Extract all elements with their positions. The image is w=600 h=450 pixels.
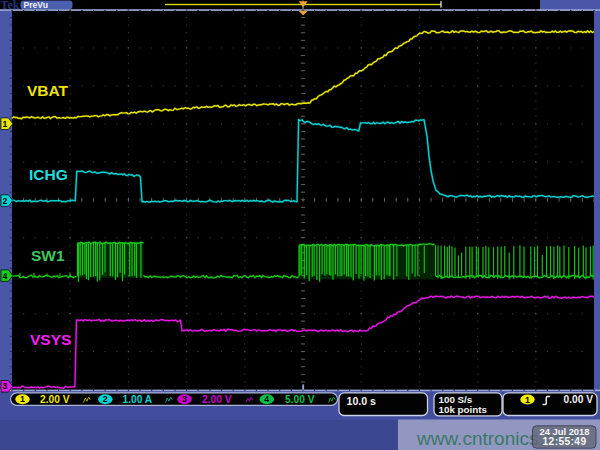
svg-text:VSYS: VSYS [30, 331, 71, 348]
svg-text:10k points: 10k points [439, 404, 488, 415]
svg-text:12:55:49: 12:55:49 [543, 436, 587, 447]
svg-text:1: 1 [525, 395, 530, 405]
svg-text:2.00 V: 2.00 V [40, 394, 70, 405]
svg-text:10.0 s: 10.0 s [347, 395, 377, 407]
svg-text:4: 4 [264, 394, 269, 404]
svg-text:1: 1 [20, 394, 25, 404]
svg-text:1.00 A: 1.00 A [123, 394, 153, 405]
svg-text:24 Jul 2018: 24 Jul 2018 [539, 426, 589, 437]
svg-text:3: 3 [3, 381, 8, 391]
svg-text:PreVu: PreVu [24, 0, 49, 10]
svg-text:2: 2 [3, 196, 8, 206]
svg-text:2.00 V: 2.00 V [202, 394, 232, 405]
svg-text:3: 3 [182, 394, 187, 404]
svg-text:0.00 V: 0.00 V [564, 394, 594, 405]
svg-text:2: 2 [103, 394, 108, 404]
svg-text:SW1: SW1 [31, 247, 65, 264]
svg-text:1: 1 [3, 119, 8, 129]
svg-text:4: 4 [3, 271, 8, 281]
svg-text:5.00 V: 5.00 V [285, 394, 315, 405]
svg-text:VBAT: VBAT [27, 82, 69, 99]
svg-text:ICHG: ICHG [29, 166, 68, 183]
